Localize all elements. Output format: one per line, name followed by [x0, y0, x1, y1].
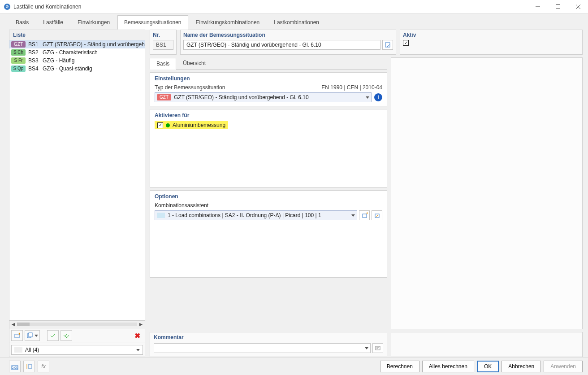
tag-badge: S Ch — [11, 49, 26, 56]
info-icon[interactable]: i — [374, 93, 382, 101]
tab-einwirkungskombinationen[interactable]: Einwirkungskombinationen — [189, 15, 267, 30]
liste-filter: All (4) — [9, 343, 145, 357]
copy-item-button[interactable] — [25, 330, 40, 341]
nr-label: Nr. — [153, 32, 173, 38]
svg-text:✦: ✦ — [18, 332, 20, 336]
liste-toolbar: ✦ ✖ — [9, 328, 145, 343]
einstellungen-block: Einstellungen Typ der Bemessungssituatio… — [150, 72, 387, 106]
optionen-block: Optionen Kombinationsassistent 1 - Load … — [150, 190, 387, 278]
tab-bemessungssituationen[interactable]: Bemessungssituationen — [117, 15, 188, 30]
tab-lastkombinationen[interactable]: Lastkombinationen — [267, 15, 326, 30]
sub-tab-uebersicht[interactable]: Übersicht — [176, 57, 212, 69]
svg-rect-16 — [376, 346, 380, 350]
close-button[interactable] — [568, 0, 588, 13]
fx-icon[interactable]: fx — [38, 361, 49, 372]
scroll-right-icon[interactable]: ► — [137, 321, 145, 328]
liste-body[interactable]: GZT BS1 GZT (STR/GEO) - Ständig und vorü… — [9, 40, 145, 320]
standard-label: EN 1990 | CEN | 2010-04 — [321, 84, 382, 91]
list-bs: BS3 — [28, 57, 40, 64]
aktivieren-block: Aktivieren für ✓ Aluminiumbemessung — [150, 109, 387, 188]
nr-box: Nr. BS1 — [150, 30, 177, 55]
tag-badge: GZT — [11, 41, 26, 48]
chevron-down-icon — [365, 347, 368, 349]
new-assist-button[interactable]: ✦ — [359, 210, 370, 220]
tag-badge: S Fr — [11, 57, 26, 64]
app-icon: ⚙ — [4, 3, 11, 10]
svg-text:✦: ✦ — [366, 212, 368, 215]
name-field[interactable]: GZT (STR/GEO) - Ständig und vorübergehen… — [183, 40, 380, 50]
titlebar: ⚙ Lastfälle und Kombinationen — [0, 0, 588, 13]
chevron-down-icon — [136, 349, 140, 351]
color-swatch-icon — [157, 213, 165, 218]
svg-text:0,00: 0,00 — [12, 366, 18, 369]
tag-badge: GZT — [157, 94, 171, 100]
aktivieren-item[interactable]: ✓ Aluminiumbemessung — [155, 121, 228, 129]
status-dot-icon — [166, 123, 170, 127]
tab-lastfaelle[interactable]: Lastfälle — [36, 15, 70, 30]
svg-rect-22 — [28, 365, 32, 368]
list-text: GZT (STR/GEO) - Ständig und vorübergehen… — [43, 41, 145, 48]
aktiv-label: Aktiv — [403, 32, 579, 38]
ok-button[interactable]: OK — [477, 361, 499, 372]
svg-line-15 — [376, 215, 378, 217]
check-button[interactable] — [47, 330, 59, 341]
berechnen-button[interactable]: Berechnen — [380, 361, 419, 372]
aluminium-label: Aluminiumbemessung — [173, 122, 225, 128]
liste-header: Liste — [9, 30, 145, 40]
list-item[interactable]: S Fr BS3 GZG - Häufig — [9, 57, 145, 65]
name-label: Name der Bemessungssituation — [183, 32, 393, 38]
optionen-title: Optionen — [155, 193, 382, 200]
empty-box — [391, 332, 583, 357]
list-text: GZG - Charakteristisch — [43, 49, 98, 56]
footer: 0,00 fx Berechnen Alles berechnen OK Abb… — [0, 357, 588, 375]
tag-badge: S Qp — [11, 65, 26, 72]
edit-assist-button[interactable] — [372, 210, 382, 220]
chevron-down-icon — [366, 96, 369, 99]
list-text: GZG - Häufig — [43, 57, 74, 64]
check-all-button[interactable] — [61, 330, 72, 341]
new-item-button[interactable]: ✦ — [11, 330, 23, 341]
edit-name-button[interactable] — [382, 40, 393, 50]
list-item[interactable]: S Ch BS2 GZG - Charakteristisch — [9, 48, 145, 57]
delete-button[interactable]: ✖ — [131, 330, 143, 341]
typ-dropdown-text: GZT (STR/GEO) - Ständig und vorübergehen… — [174, 94, 363, 100]
units-icon[interactable]: 0,00 — [9, 361, 21, 372]
tab-basis[interactable]: Basis — [9, 15, 35, 30]
phi-icon[interactable] — [23, 361, 35, 372]
svg-rect-9 — [29, 333, 32, 337]
chevron-down-icon — [351, 214, 355, 217]
scroll-left-icon[interactable]: ◄ — [9, 321, 17, 328]
list-item[interactable]: S Qp BS4 GZG - Quasi-ständig — [9, 65, 145, 73]
name-box: Name der Bemessungssituation GZT (STR/GE… — [180, 30, 396, 55]
alles-berechnen-button[interactable]: Alles berechnen — [422, 361, 474, 372]
abbrechen-button[interactable]: Abbrechen — [502, 361, 541, 372]
list-bs: BS1 — [28, 41, 40, 48]
list-item[interactable]: GZT BS1 GZT (STR/GEO) - Ständig und vorü… — [9, 40, 145, 48]
main-tabs: Basis Lastfälle Einwirkungen Bemessungss… — [0, 13, 588, 30]
aktiv-checkbox[interactable]: ✓ — [403, 40, 409, 46]
maximize-button[interactable] — [548, 0, 568, 13]
anwenden-button[interactable]: Anwenden — [544, 361, 583, 372]
aluminium-checkbox[interactable]: ✓ — [157, 122, 163, 128]
nr-field[interactable]: BS1 — [153, 40, 173, 50]
kombassist-label: Kombinationsassistent — [155, 202, 382, 209]
kommentar-button[interactable] — [372, 343, 383, 353]
tab-einwirkungen[interactable]: Einwirkungen — [71, 15, 117, 30]
einstellungen-title: Einstellungen — [155, 75, 382, 82]
kombassist-dropdown[interactable]: 1 - Load combinations | SA2 - II. Ordnun… — [155, 210, 357, 220]
sub-tabs: Basis Übersicht — [150, 57, 387, 70]
aktiv-box: Aktiv ✓ — [400, 30, 583, 55]
kommentar-title: Kommentar — [154, 334, 383, 340]
aktivieren-title: Aktivieren für — [155, 112, 382, 118]
kommentar-dropdown[interactable] — [154, 343, 371, 353]
horizontal-scrollbar[interactable]: ◄ ► — [9, 320, 145, 328]
kombassist-text: 1 - Load combinations | SA2 - II. Ordnun… — [168, 212, 349, 218]
svg-text:⚙: ⚙ — [5, 4, 9, 9]
sub-tab-basis[interactable]: Basis — [150, 58, 176, 70]
typ-dropdown[interactable]: GZT GZT (STR/GEO) - Ständig und vorüberg… — [155, 92, 372, 102]
minimize-button[interactable] — [527, 0, 548, 13]
list-text: GZG - Quasi-ständig — [43, 65, 92, 72]
filter-dropdown[interactable]: All (4) — [11, 345, 143, 355]
typ-label: Typ der Bemessungssituation — [155, 84, 319, 91]
svg-rect-3 — [556, 4, 560, 9]
